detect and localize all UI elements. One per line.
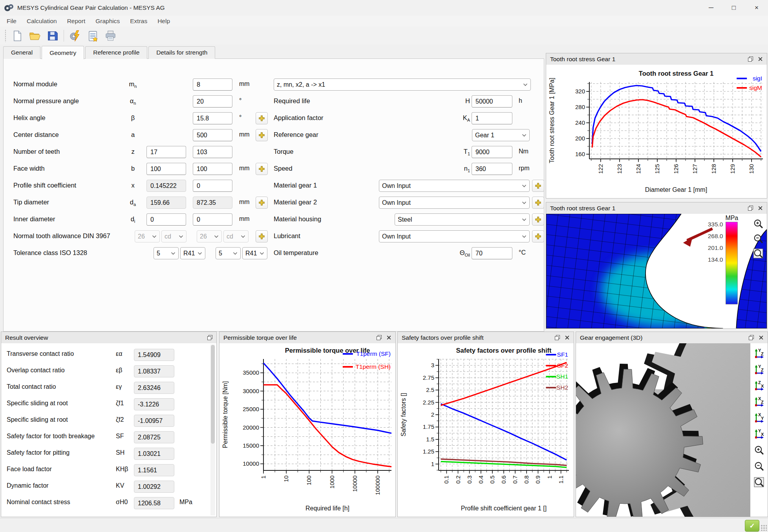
menu-extras[interactable]: Extras <box>125 16 152 26</box>
input-face-width-gear2[interactable] <box>193 163 232 175</box>
plus-button-material-gear-1[interactable] <box>532 180 544 192</box>
menu-file[interactable]: File <box>2 16 22 26</box>
input-application-factor[interactable] <box>472 112 512 124</box>
input-profile-shift-coefficient-gear2[interactable] <box>193 180 232 192</box>
result-f2[interactable] <box>134 415 174 427</box>
plus-button-normal-tooth-allowance-din-3967[interactable] <box>256 230 268 242</box>
close-button[interactable]: × <box>745 0 768 16</box>
select-tolerance-class-iso-1328-4[interactable]: R41 <box>242 247 267 259</box>
axis-view-icon-6[interactable]: Y X <box>753 428 765 440</box>
menu-graphics[interactable]: Graphics <box>90 16 125 26</box>
axis-view-icon-1[interactable]: Y Z <box>753 347 765 360</box>
report-icon[interactable] <box>85 28 100 43</box>
open-file-icon[interactable] <box>27 28 42 43</box>
new-document-icon[interactable] <box>9 28 24 43</box>
select-tolerance-class-iso-1328-1[interactable]: 5 <box>154 247 179 259</box>
scrollbar-thumb[interactable] <box>211 345 215 444</box>
menu-report[interactable]: Report <box>62 16 91 26</box>
input-torque[interactable] <box>472 146 512 158</box>
select-normal-tooth-allowance-din-3967-4[interactable]: cd <box>223 230 249 242</box>
float-panel-icon[interactable] <box>205 333 214 342</box>
select-tolerance-class-iso-1328-3[interactable]: 5 <box>216 247 241 259</box>
zoom-out-icon[interactable] <box>753 460 765 472</box>
save-file-icon[interactable] <box>45 28 60 43</box>
plus-button-tip-diameter[interactable] <box>256 197 268 209</box>
float-panel-icon[interactable] <box>375 333 383 342</box>
axis-view-icon-2[interactable]: Y Z <box>753 363 765 376</box>
input-normal-pressure-angle[interactable] <box>193 95 232 107</box>
plus-button-material-housing[interactable] <box>532 213 544 226</box>
input-number-of-teeth-gear2[interactable] <box>193 146 232 158</box>
tab-geometry[interactable]: Geometry <box>42 46 84 59</box>
result-sf[interactable] <box>134 431 174 443</box>
select-normal-tooth-allowance-din-3967-1[interactable]: 26 <box>135 230 160 242</box>
result-sh[interactable] <box>134 448 174 460</box>
results-scrollbar[interactable] <box>210 344 215 516</box>
select-calculation-mode[interactable]: z, mn, x2, a -> x1 <box>274 78 531 91</box>
result-[interactable] <box>134 382 174 394</box>
input-number-of-teeth-gear1[interactable] <box>146 146 186 158</box>
input-helix-angle[interactable] <box>193 112 232 124</box>
input-inner-diameter-gear2[interactable] <box>193 213 232 226</box>
input-center-distance[interactable] <box>193 129 232 141</box>
result-[interactable] <box>134 349 174 361</box>
axis-view-icon-3[interactable]: Z X <box>753 379 765 392</box>
zoom-window-icon[interactable] <box>752 248 764 259</box>
select-normal-tooth-allowance-din-3967-2[interactable]: cd <box>161 230 187 242</box>
calculate-icon[interactable] <box>68 28 82 43</box>
zoom-window-icon[interactable] <box>753 476 765 488</box>
resize-grip[interactable] <box>761 525 767 531</box>
plus-button-helix-angle[interactable] <box>256 112 268 124</box>
result-f1[interactable] <box>134 398 174 410</box>
float-panel-icon[interactable] <box>747 333 755 342</box>
float-panel-icon[interactable] <box>746 55 755 64</box>
tab-details-for-strength[interactable]: Details for strength <box>148 46 215 59</box>
parameter-symbol: β <box>122 114 144 122</box>
gear-engagement-3d-view[interactable] <box>576 343 750 517</box>
input-tip-diameter-gear2[interactable] <box>193 197 232 209</box>
tab-reference-profile[interactable]: Reference profile <box>85 46 147 59</box>
select-normal-tooth-allowance-din-3967-3[interactable]: 26 <box>197 230 222 242</box>
plus-button-center-distance[interactable] <box>256 129 268 141</box>
result-kh[interactable] <box>134 464 174 476</box>
input-speed[interactable] <box>472 163 512 175</box>
close-panel-icon[interactable] <box>756 204 764 213</box>
result-kv[interactable] <box>134 481 174 493</box>
select-lubricant[interactable]: Own Input <box>379 230 530 242</box>
input-face-width-gear1[interactable] <box>146 163 186 175</box>
float-panel-icon[interactable] <box>553 333 561 342</box>
menu-help[interactable]: Help <box>152 16 175 26</box>
tab-general[interactable]: General <box>3 46 40 59</box>
select-material-gear-2[interactable]: Own Input <box>379 197 530 209</box>
close-panel-icon[interactable] <box>384 333 393 342</box>
input-required-life[interactable] <box>472 95 512 107</box>
plus-button-material-gear-2[interactable] <box>532 197 544 209</box>
result-[interactable] <box>134 365 174 377</box>
close-panel-icon[interactable] <box>756 55 764 64</box>
zoom-in-icon[interactable] <box>753 444 765 456</box>
plus-button-face-width[interactable] <box>256 163 268 175</box>
close-panel-icon[interactable] <box>757 333 765 342</box>
result-h0[interactable] <box>134 497 174 509</box>
axis-view-icon-5[interactable]: X Y <box>753 412 765 424</box>
select-reference-gear[interactable]: Gear 1 <box>472 129 530 141</box>
input-inner-diameter-gear1[interactable] <box>146 213 186 226</box>
input-tip-diameter-gear1[interactable] <box>146 197 186 209</box>
input-normal-module[interactable] <box>193 78 232 91</box>
zoom-out-icon[interactable] <box>752 233 764 244</box>
float-panel-icon[interactable] <box>746 204 755 213</box>
print-icon[interactable] <box>103 28 118 43</box>
input-oil-temperature[interactable] <box>472 247 512 259</box>
close-panel-icon[interactable] <box>563 333 571 342</box>
menu-calculation[interactable]: Calculation <box>22 16 62 26</box>
calculation-ok-button[interactable]: ✓ <box>745 520 759 532</box>
minimize-button[interactable]: ─ <box>700 0 722 16</box>
select-material-gear-1[interactable]: Own Input <box>379 180 530 192</box>
select-material-housing[interactable]: Steel <box>395 213 530 226</box>
zoom-in-icon[interactable] <box>752 218 764 230</box>
input-profile-shift-coefficient-gear1[interactable] <box>146 180 186 192</box>
maximize-button[interactable]: □ <box>722 0 745 16</box>
select-tolerance-class-iso-1328-2[interactable]: R41 <box>180 247 205 259</box>
plus-button-lubricant[interactable] <box>532 230 544 242</box>
axis-view-icon-4[interactable]: X Z <box>753 395 765 408</box>
